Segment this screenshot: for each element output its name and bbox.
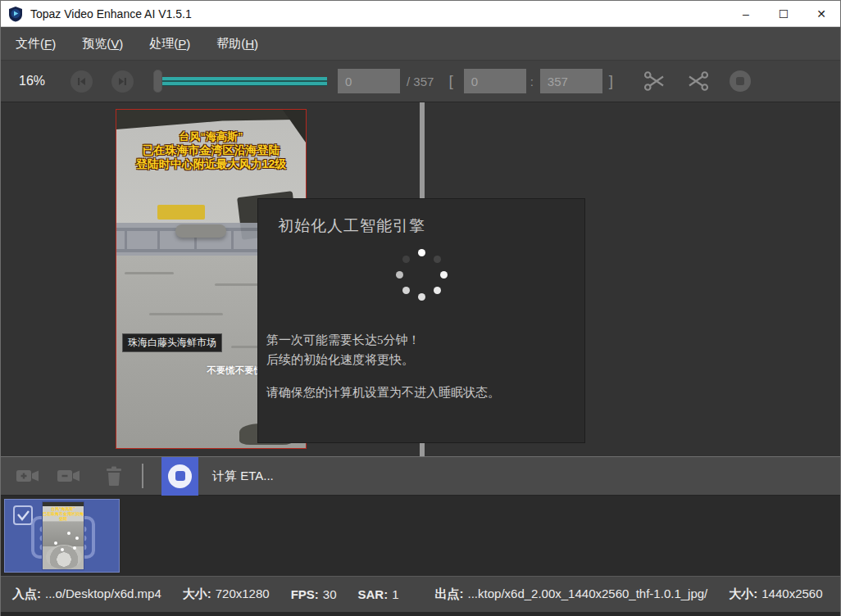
add-video-icon <box>16 467 42 485</box>
stop-icon <box>728 69 752 93</box>
skip-end-button[interactable] <box>111 70 134 93</box>
trim-open-bracket: [ <box>448 72 452 90</box>
scissors-in-icon <box>643 69 667 93</box>
frame-total-label: / 357 <box>407 75 434 88</box>
input-file-status: 入点:...o/Desktop/x6d.mp4 <box>12 587 161 602</box>
status-bar: 入点:...o/Desktop/x6d.mp4 大小:720x1280 FPS:… <box>1 576 840 612</box>
add-video-button[interactable] <box>16 467 42 485</box>
dialog-message: 第一次可能需要长达5分钟！ 后续的初始化速度将更快。 请确保您的计算机设置为不进… <box>266 330 500 402</box>
location-caption: 珠海白藤头海鲜市场 <box>122 333 222 352</box>
window-bottom-edge <box>1 612 840 616</box>
current-frame-input[interactable] <box>338 69 400 93</box>
menu-bar: 文件(F) 预览(V) 处理(P) 帮助(H) <box>1 27 840 60</box>
trash-icon <box>104 465 124 487</box>
trim-in-button[interactable] <box>643 69 667 93</box>
process-toolbar: 计算 ETA... <box>1 457 840 496</box>
timeline-track[interactable] <box>158 77 327 86</box>
trim-end-input[interactable] <box>540 69 602 93</box>
trim-colon: : <box>530 75 534 88</box>
app-window: Topaz Video Enhance AI V1.5.1 – ☐ ✕ 文件(F… <box>0 0 841 616</box>
timeline-handle[interactable] <box>153 70 162 93</box>
skip-start-button[interactable] <box>70 70 93 93</box>
toolbar-divider <box>142 464 143 488</box>
fps-status: FPS:30 <box>291 587 337 601</box>
trim-close-bracket: ] <box>609 72 613 90</box>
stop-preview-button[interactable] <box>728 69 752 93</box>
video-overlay-title: 台风“海高斯” 已在珠海市金湾区沿海登陆 登陆时中心附近最大风力12级 <box>116 129 306 171</box>
skip-end-icon <box>116 75 129 88</box>
stop-processing-button[interactable] <box>161 457 198 496</box>
window-controls: – ☐ ✕ <box>727 1 840 26</box>
thumbnail-strip: 台风“海高斯” 已在珠海市金湾区沿海登陆 <box>1 496 840 576</box>
stop-processing-icon <box>168 464 192 488</box>
trim-start-input[interactable] <box>464 69 526 93</box>
delete-button[interactable] <box>104 465 124 487</box>
skip-start-icon <box>75 75 88 88</box>
output-path-status: 出点:...ktop/x6d_2.00x_1440x2560_thf-1.0.1… <box>435 587 708 602</box>
title-bar: Topaz Video Enhance AI V1.5.1 – ☐ ✕ <box>1 1 840 27</box>
menu-help[interactable]: 帮助(H) <box>205 27 270 60</box>
scissors-out-icon <box>685 69 710 93</box>
app-logo-icon <box>7 6 24 22</box>
maximize-button[interactable]: ☐ <box>765 1 802 26</box>
menu-process[interactable]: 处理(P) <box>138 27 202 60</box>
menu-file[interactable]: 文件(F) <box>4 27 67 60</box>
input-size-status: 大小:720x1280 <box>183 587 270 602</box>
remove-video-icon <box>57 467 83 485</box>
eta-status: 计算 ETA... <box>212 469 274 484</box>
timeline-slider[interactable] <box>153 69 327 93</box>
truck-shape <box>157 205 205 220</box>
video-thumbnail: 台风“海高斯” 已在珠海市金湾区沿海登陆 <box>42 501 84 570</box>
dialog-title: 初始化人工智能引擎 <box>278 215 425 237</box>
zoom-level: 16% <box>12 74 52 88</box>
video-list-item[interactable]: 台风“海高斯” 已在珠海市金湾区沿海登陆 <box>4 499 120 573</box>
menu-preview[interactable]: 预览(V) <box>70 27 134 60</box>
car-shape <box>175 224 226 238</box>
init-engine-dialog: 初始化人工智能引擎 第一次可能需要长达5分钟！ 后续的初始化速度将更快。 请确保… <box>257 198 585 443</box>
sar-status: SAR:1 <box>358 587 399 601</box>
trim-out-button[interactable] <box>685 69 710 93</box>
playback-toolbar: 16% / 357 [ : ] <box>1 60 840 102</box>
main-area: 台风“海高斯” 已在珠海市金湾区沿海登陆 登陆时中心附近最大风力12级 <box>1 102 840 457</box>
window-title: Topaz Video Enhance AI V1.5.1 <box>30 7 192 20</box>
minimize-button[interactable]: – <box>727 1 765 26</box>
output-size-status: 大小:1440x2560 <box>729 587 822 602</box>
remove-video-button[interactable] <box>57 467 83 485</box>
close-button[interactable]: ✕ <box>802 1 840 26</box>
